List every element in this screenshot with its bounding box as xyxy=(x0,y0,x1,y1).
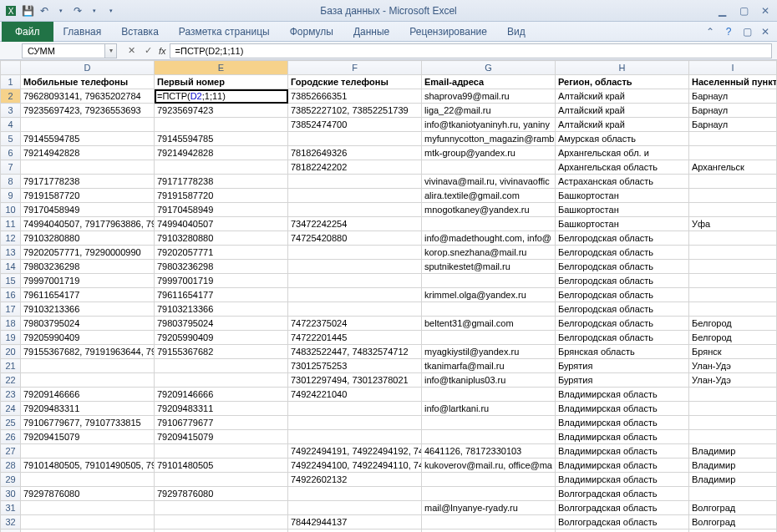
cell[interactable]: 79997001719 xyxy=(21,274,155,288)
row-header[interactable]: 32 xyxy=(1,515,21,529)
save-icon[interactable]: 💾 xyxy=(20,3,35,18)
cell[interactable]: 79170458949 xyxy=(155,203,288,217)
row-header[interactable]: 13 xyxy=(1,246,21,260)
cell[interactable]: Башкортостан xyxy=(556,217,689,231)
cell[interactable]: Белгородская область xyxy=(556,246,689,260)
cell[interactable]: Белгородская область xyxy=(556,317,689,331)
cell[interactable]: shaprova99@mail.ru xyxy=(422,89,556,104)
cell[interactable]: 79171778238 xyxy=(155,175,288,189)
cell[interactable] xyxy=(288,246,422,260)
row-header[interactable]: 7 xyxy=(1,160,21,175)
cell[interactable]: 79170458949 xyxy=(21,203,155,217)
cell[interactable] xyxy=(288,501,422,515)
col-H[interactable]: H xyxy=(556,61,689,75)
row-header[interactable]: 2 xyxy=(1,89,21,104)
row-header[interactable]: 1 xyxy=(1,75,21,89)
cell[interactable] xyxy=(422,331,556,345)
close-workbook-icon[interactable]: ✕ xyxy=(759,26,772,38)
cell[interactable]: Бурятия xyxy=(556,359,689,373)
row-header[interactable]: 19 xyxy=(1,331,21,345)
row-header[interactable]: 5 xyxy=(1,132,21,146)
cell[interactable]: Волгоград xyxy=(689,529,777,533)
col-F[interactable]: F xyxy=(288,61,422,75)
cancel-formula-icon[interactable]: ✕ xyxy=(125,45,137,56)
col-G[interactable]: G xyxy=(422,61,556,75)
col-E[interactable]: E xyxy=(155,61,288,75)
cell[interactable] xyxy=(21,501,155,515)
active-cell[interactable]: =ПСТР(D2;1;11) xyxy=(155,89,288,104)
cell[interactable] xyxy=(288,260,422,274)
cell[interactable]: info@lartkani.ru xyxy=(422,402,556,416)
cell[interactable] xyxy=(689,189,777,203)
cell[interactable]: Архангельская область xyxy=(556,160,689,175)
help-icon[interactable]: ? xyxy=(722,26,735,38)
cell[interactable] xyxy=(689,132,777,146)
cell[interactable]: 79171778238 xyxy=(21,175,155,189)
cell[interactable]: tkanimarfa@mail.ru xyxy=(422,359,556,373)
cell[interactable] xyxy=(689,388,777,402)
cell[interactable]: Архангельская обл. и xyxy=(556,146,689,160)
cell[interactable]: 79209483311 xyxy=(21,402,155,416)
cell[interactable] xyxy=(422,416,556,430)
cell[interactable]: 78182649326 xyxy=(288,146,422,160)
cell[interactable]: 79803795024 xyxy=(155,317,288,331)
row-header[interactable]: 30 xyxy=(1,487,21,501)
cell[interactable] xyxy=(155,501,288,515)
cell[interactable]: 78182242202 xyxy=(288,160,422,175)
cell[interactable]: Башкортостан xyxy=(556,203,689,217)
cell[interactable]: 4641126, 78172330103 xyxy=(422,444,556,459)
cell[interactable]: vivinava@mail.ru, vivinavaoffic xyxy=(422,175,556,189)
restore-window-icon[interactable]: ▢ xyxy=(740,26,754,38)
cell[interactable] xyxy=(155,515,288,529)
cell[interactable] xyxy=(689,416,777,430)
row-header[interactable]: 33 xyxy=(1,529,21,533)
cell[interactable] xyxy=(288,416,422,430)
cell[interactable] xyxy=(422,430,556,444)
cell[interactable] xyxy=(288,274,422,288)
cell[interactable]: Белгородская область xyxy=(556,260,689,274)
cell[interactable] xyxy=(422,160,556,175)
cell[interactable] xyxy=(288,487,422,501)
cell[interactable]: info@madethought.com, info@ xyxy=(422,231,556,246)
cell[interactable]: Алтайский край xyxy=(556,118,689,132)
file-tab[interactable]: Файл xyxy=(2,22,53,42)
cell[interactable] xyxy=(288,302,422,317)
cell[interactable] xyxy=(689,487,777,501)
cell[interactable]: mtk-group@yandex.ru xyxy=(422,146,556,160)
cell[interactable]: 79155367682 xyxy=(155,345,288,359)
cell[interactable]: 79803236298 xyxy=(155,260,288,274)
cell[interactable]: 79155367682, 79191963644, 7980 xyxy=(21,345,155,359)
cell[interactable]: Волгоградская область xyxy=(556,529,689,533)
cell[interactable] xyxy=(422,473,556,487)
cell[interactable]: liga_22@mail.ru xyxy=(422,104,556,118)
cell[interactable]: 73852666351 xyxy=(288,89,422,104)
cell[interactable]: info@tkaniplus03.ru xyxy=(422,373,556,388)
cell[interactable]: Улан-Удэ xyxy=(689,359,777,373)
cell[interactable]: 73472242254 xyxy=(288,217,422,231)
cell[interactable] xyxy=(155,444,288,459)
cell[interactable] xyxy=(21,515,155,529)
cell[interactable]: krimmel.olga@yandex.ru xyxy=(422,288,556,302)
qat-dd-icon[interactable]: ▾ xyxy=(104,3,119,18)
cell[interactable]: 79209483311 xyxy=(155,402,288,416)
cell[interactable]: 79103213366 xyxy=(155,302,288,317)
tab-home[interactable]: Главная xyxy=(53,22,112,42)
cell[interactable]: myagkiystil@yandex.ru xyxy=(422,345,556,359)
row-header[interactable]: 18 xyxy=(1,317,21,331)
cell[interactable]: 79106779677 xyxy=(155,416,288,430)
cell[interactable]: Белгородская область xyxy=(556,288,689,302)
cell[interactable] xyxy=(21,373,155,388)
cell[interactable] xyxy=(288,203,422,217)
cell[interactable]: mail@lnyanye-ryady.ru xyxy=(422,501,556,515)
name-box-dropdown[interactable]: ▾ xyxy=(105,43,117,58)
cell[interactable]: Бурятия xyxy=(556,373,689,388)
cell[interactable]: 79611654177 xyxy=(155,288,288,302)
header-cell[interactable]: Мобильные телефоны xyxy=(21,75,155,89)
col-D[interactable]: D xyxy=(21,61,155,75)
cell[interactable] xyxy=(21,473,155,487)
undo-dd-icon[interactable]: ▾ xyxy=(53,3,69,18)
cell[interactable]: 74924221040 xyxy=(288,388,422,402)
cell[interactable]: Владимирская область xyxy=(556,430,689,444)
cell[interactable] xyxy=(21,118,155,132)
cell[interactable]: Белгородская область xyxy=(556,302,689,317)
